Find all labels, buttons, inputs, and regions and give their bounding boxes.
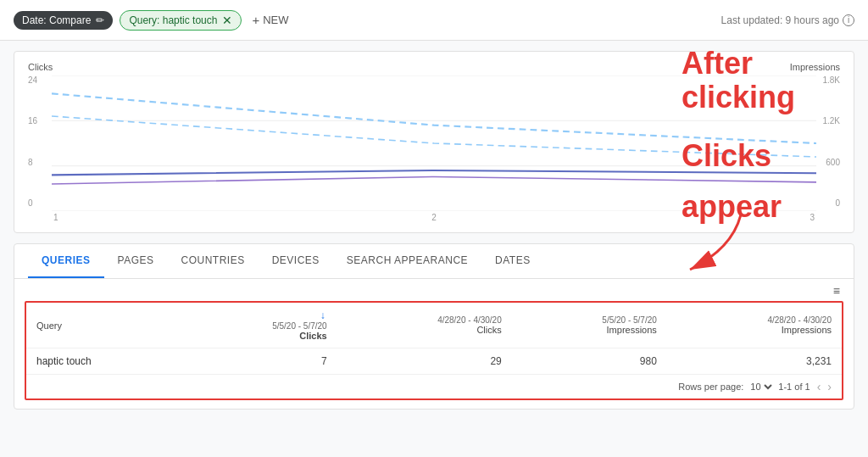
- query-cell: haptic touch: [26, 348, 182, 375]
- tab-pages[interactable]: PAGES: [104, 244, 168, 278]
- rows-per-page-select[interactable]: 10 25 50: [747, 381, 775, 393]
- data-table-wrapper: Query ↓ 5/5/20 - 5/7/20 Clicks 4/28/20 -…: [25, 301, 843, 400]
- last-updated-label: Last updated: 9 hours ago: [721, 14, 839, 26]
- clicks-axis-label: Clicks: [28, 62, 53, 72]
- impressions-axis-label: Impressions: [790, 62, 840, 72]
- col5-header: 4/28/20 - 4/30/20 Impressions: [667, 303, 842, 348]
- sort-icon-row: ≡: [14, 279, 854, 298]
- pagination-row: Rows per page: 10 25 50 1-1 of 1 ‹ ›: [26, 374, 842, 398]
- y-axis-right: 1.8K 1.2K 600 0: [822, 75, 840, 211]
- col-query-header: Query: [26, 303, 182, 348]
- col4-header: 5/5/20 - 5/7/20 Impressions: [512, 303, 667, 348]
- chart-svg: [28, 75, 840, 211]
- y-right-1-2k: 1.2K: [822, 116, 840, 125]
- tabs-row: QUERIES PAGES COUNTRIES DEVICES SEARCH A…: [14, 244, 854, 279]
- y-right-600: 600: [822, 158, 840, 167]
- x-label-3: 3: [810, 213, 815, 222]
- top-bar: Date: Compare ✏ Query: haptic touch ✕ + …: [0, 0, 868, 41]
- query-chip-label: Query: haptic touch: [129, 14, 217, 26]
- y-axis-left: 24 16 8 0: [28, 75, 37, 211]
- date-compare-label: Date: Compare: [22, 14, 91, 26]
- data-table: Query ↓ 5/5/20 - 5/7/20 Clicks 4/28/20 -…: [26, 303, 842, 374]
- main-content: Clicks Impressions 24 16 8 0 1.8K 1.2K 6…: [0, 41, 868, 457]
- table-card: QUERIES PAGES COUNTRIES DEVICES SEARCH A…: [14, 243, 854, 410]
- tab-search-appearance[interactable]: SEARCH APPEARANCE: [333, 244, 481, 278]
- close-icon[interactable]: ✕: [222, 14, 232, 26]
- date-compare-chip[interactable]: Date: Compare ✏: [14, 11, 113, 30]
- col2-cell: 7: [182, 348, 337, 375]
- table-header-row: Query ↓ 5/5/20 - 5/7/20 Clicks 4/28/20 -…: [26, 303, 842, 348]
- y-left-16: 16: [28, 116, 37, 125]
- col3-cell: 29: [337, 348, 512, 375]
- col3-header: 4/28/20 - 4/30/20 Clicks: [337, 303, 512, 348]
- y-right-0: 0: [822, 198, 840, 208]
- y-left-0: 0: [28, 198, 37, 208]
- rows-per-page-label: Rows per page:: [678, 382, 743, 392]
- prev-page-button[interactable]: ‹: [817, 380, 821, 393]
- query-chip[interactable]: Query: haptic touch ✕: [120, 10, 242, 31]
- x-label-2: 2: [431, 213, 437, 222]
- col4-cell: 980: [512, 348, 667, 375]
- y-right-1-8k: 1.8K: [822, 75, 840, 85]
- new-button[interactable]: + NEW: [252, 13, 288, 27]
- tab-queries[interactable]: QUERIES: [28, 244, 104, 278]
- tab-dates[interactable]: DATES: [481, 244, 544, 278]
- chart-area: 24 16 8 0 1.8K 1.2K 600 0: [28, 75, 840, 211]
- last-updated: Last updated: 9 hours ago i: [721, 14, 854, 26]
- plus-icon: +: [252, 13, 259, 27]
- new-button-label: NEW: [263, 14, 288, 26]
- filter-icon[interactable]: ≡: [833, 284, 840, 298]
- page-info: 1-1 of 1: [778, 382, 810, 392]
- tab-countries[interactable]: COUNTRIES: [167, 244, 258, 278]
- sort-arrow: ↓: [320, 309, 326, 321]
- y-left-8: 8: [28, 158, 37, 167]
- x-axis-labels: 1 2 3: [28, 213, 840, 222]
- chart-header: Clicks Impressions: [28, 62, 840, 72]
- pencil-icon: ✏: [96, 14, 104, 26]
- x-label-1: 1: [53, 213, 58, 222]
- y-left-24: 24: [28, 75, 37, 85]
- tab-devices[interactable]: DEVICES: [259, 244, 333, 278]
- col2-header: ↓ 5/5/20 - 5/7/20 Clicks: [182, 303, 337, 348]
- col5-cell: 3,231: [667, 348, 842, 375]
- next-page-button[interactable]: ›: [827, 380, 832, 393]
- table-row: haptic touch 7 29 980 3,231: [26, 348, 842, 375]
- info-icon[interactable]: i: [843, 14, 854, 26]
- chart-card: Clicks Impressions 24 16 8 0 1.8K 1.2K 6…: [14, 51, 854, 233]
